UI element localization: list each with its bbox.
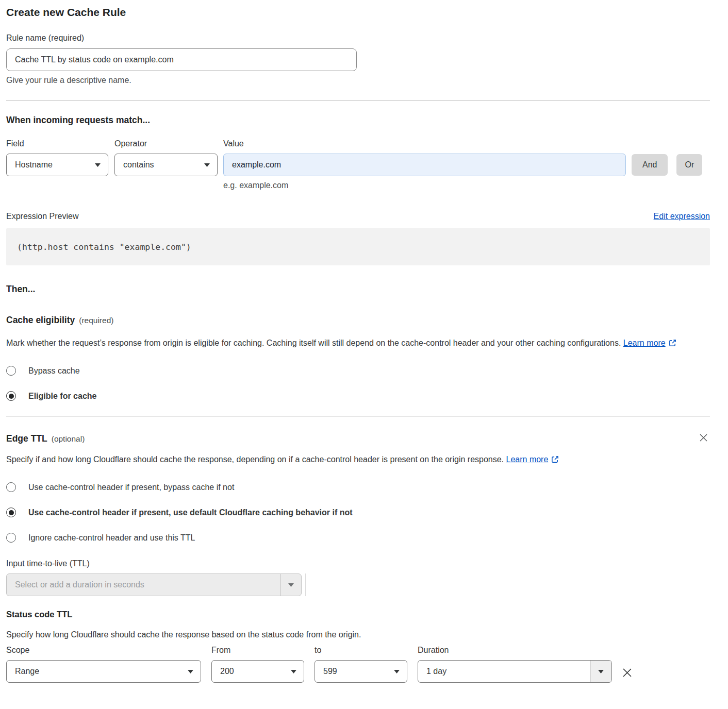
then-heading: Then...	[6, 283, 710, 295]
rule-name-label: Rule name (required)	[6, 33, 710, 43]
cache-eligibility-description: Mark whether the request’s response from…	[6, 335, 697, 351]
edge-ttl-option-ignore[interactable]: Ignore cache-control header and use this…	[6, 533, 710, 543]
value-label: Value	[223, 139, 626, 149]
duration-select[interactable]: 1 day	[418, 660, 612, 683]
close-icon[interactable]	[697, 431, 710, 444]
operator-label: Operator	[114, 139, 218, 149]
chevron-down-icon[interactable]	[590, 661, 611, 682]
chevron-down-icon	[95, 163, 101, 167]
edge-ttl-option-default-label: Use cache-control header if present, use…	[28, 508, 353, 517]
duration-select-value: 1 day	[426, 667, 446, 676]
cache-eligibility-qualifier: (required)	[79, 316, 113, 325]
section-divider	[6, 100, 710, 100]
to-select-value: 599	[323, 667, 337, 676]
cache-eligibility-description-text: Mark whether the request’s response from…	[6, 339, 621, 347]
chevron-down-icon	[188, 670, 193, 673]
status-code-ttl-description: Specify how long Cloudflare should cache…	[6, 630, 710, 640]
edge-ttl-description-text: Specify if and how long Cloudflare shoul…	[6, 455, 504, 464]
edge-ttl-option-bypass-label: Use cache-control header if present, byp…	[28, 483, 234, 492]
remove-status-ttl-icon[interactable]	[622, 667, 633, 678]
operator-select-value: contains	[123, 160, 154, 170]
status-code-ttl-heading: Status code TTL	[6, 610, 710, 619]
expression-code: (http.host contains "example.com")	[17, 242, 191, 252]
eligible-for-cache-option[interactable]: Eligible for cache	[6, 391, 710, 401]
eligible-for-cache-radio[interactable]	[6, 391, 16, 401]
chevron-down-icon	[394, 670, 400, 673]
ttl-select-edge-decoration	[305, 573, 306, 596]
edge-ttl-description: Specify if and how long Cloudflare shoul…	[6, 452, 576, 468]
expression-header: Expression Preview Edit expression	[6, 212, 710, 221]
edge-ttl-learn-more-link[interactable]: Learn more	[506, 455, 549, 464]
match-heading: When incoming requests match...	[6, 114, 710, 126]
rule-name-input[interactable]	[6, 48, 357, 71]
chevron-down-icon	[291, 670, 296, 673]
edge-ttl-heading: Edge TTL	[6, 432, 47, 445]
field-label: Field	[6, 139, 108, 149]
or-button[interactable]: Or	[676, 154, 702, 176]
value-help: e.g. example.com	[223, 181, 710, 190]
from-select-value: 200	[220, 667, 234, 676]
edge-ttl-radio-ignore[interactable]	[6, 533, 16, 543]
operator-select[interactable]: contains	[114, 154, 218, 176]
expression-preview-label: Expression Preview	[6, 212, 79, 221]
bypass-cache-label: Bypass cache	[28, 366, 80, 376]
to-label: to	[315, 645, 407, 655]
edge-ttl-option-ignore-label: Ignore cache-control header and use this…	[28, 533, 195, 543]
cache-eligibility-learn-more-link[interactable]: Learn more	[623, 339, 666, 347]
chevron-down-icon	[204, 163, 210, 167]
from-label: From	[211, 645, 304, 655]
edge-ttl-option-bypass[interactable]: Use cache-control header if present, byp…	[6, 482, 710, 492]
bypass-cache-radio[interactable]	[6, 366, 16, 376]
edge-ttl-option-default[interactable]: Use cache-control header if present, use…	[6, 508, 710, 517]
match-row: Field Hostname Operator contains Value A…	[6, 139, 710, 176]
scope-select-value: Range	[15, 667, 39, 676]
ttl-input-label: Input time-to-live (TTL)	[6, 559, 710, 568]
scope-label: Scope	[6, 645, 201, 655]
ttl-duration-placeholder: Select or add a duration in seconds	[15, 580, 144, 589]
and-button[interactable]: And	[632, 154, 668, 176]
to-select[interactable]: 599	[315, 660, 407, 683]
external-link-icon	[551, 453, 559, 468]
cache-eligibility-heading: Cache eligibility	[6, 314, 75, 326]
section-divider	[6, 416, 710, 417]
bypass-cache-option[interactable]: Bypass cache	[6, 366, 710, 376]
field-select[interactable]: Hostname	[6, 154, 108, 176]
edge-ttl-qualifier: (optional)	[52, 434, 85, 444]
duration-label: Duration	[418, 645, 612, 655]
edge-ttl-radio-bypass[interactable]	[6, 482, 16, 492]
page-title: Create new Cache Rule	[6, 6, 710, 19]
value-input[interactable]	[223, 154, 626, 176]
expression-preview-box: (http.host contains "example.com")	[6, 228, 710, 265]
external-link-icon	[669, 336, 676, 351]
rule-name-group: Rule name (required) Give your rule a de…	[6, 33, 710, 86]
edit-expression-link[interactable]: Edit expression	[654, 212, 710, 221]
ttl-duration-select[interactable]: Select or add a duration in seconds	[6, 573, 302, 596]
field-select-value: Hostname	[15, 160, 53, 170]
rule-name-help: Give your rule a descriptive name.	[6, 75, 710, 86]
eligible-for-cache-label: Eligible for cache	[28, 392, 96, 401]
status-code-ttl-row: Scope Range From 200 to 599 Duration 1 d…	[6, 645, 710, 683]
from-select[interactable]: 200	[211, 660, 304, 683]
chevron-down-icon[interactable]	[280, 574, 301, 596]
edge-ttl-radio-default[interactable]	[6, 508, 16, 517]
scope-select[interactable]: Range	[6, 660, 201, 683]
